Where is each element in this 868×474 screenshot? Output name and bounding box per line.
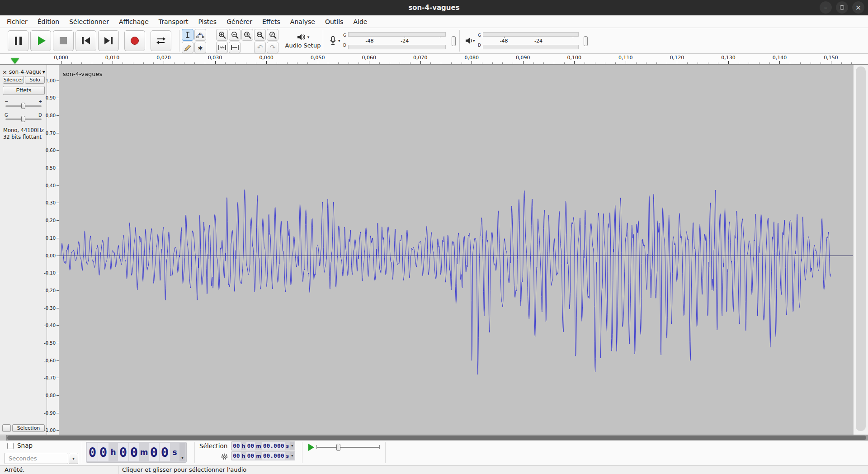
zoom-project-button[interactable] (254, 29, 266, 41)
menu-item-effets[interactable]: Effets (257, 15, 285, 28)
vruler-label: 0,00 (46, 253, 56, 258)
selection-digit[interactable]: 00 (246, 442, 255, 450)
time-digit[interactable]: 0 (160, 443, 170, 461)
snap-combo-arrow-button[interactable]: ▾ (69, 453, 78, 464)
loop-button[interactable] (151, 30, 171, 51)
timeline-ruler[interactable]: 0,0000,0100,0200,0300,0400,0500,0600,070… (0, 54, 868, 65)
zoom-out-button[interactable] (229, 29, 241, 41)
time-digit[interactable]: 0 (129, 443, 139, 461)
gain-minus-label: − (5, 99, 8, 104)
record-volume-slider[interactable] (452, 36, 456, 46)
track-close-button[interactable]: × (2, 69, 8, 76)
record-button[interactable] (124, 30, 145, 51)
selection-format-dropdown[interactable]: ▾ (290, 452, 294, 460)
menu-item-outils[interactable]: Outils (320, 15, 348, 28)
menu-item-transport[interactable]: Transport (154, 15, 193, 28)
vruler-label: -0,10 (44, 270, 56, 275)
time-digit[interactable]: 0 (87, 443, 98, 461)
playback-meter[interactable]: ▾ G D -48 -24 (461, 30, 590, 52)
pan-slider-thumb[interactable] (21, 116, 25, 122)
envelope-tool-button[interactable] (194, 29, 206, 41)
menu-item-affichage[interactable]: Affichage (114, 15, 154, 28)
menu-item-fichier[interactable]: Fichier (2, 15, 33, 28)
ruler-label: 0,010 (105, 55, 120, 61)
multi-tool-icon: * (198, 44, 203, 55)
time-digit[interactable]: 0 (149, 443, 159, 461)
stop-button[interactable] (53, 30, 74, 51)
speed-slider[interactable] (316, 441, 380, 454)
vruler-label: -0,20 (44, 288, 56, 293)
menu-item-aide[interactable]: Aide (348, 15, 372, 28)
horizontal-scrollbar[interactable] (0, 435, 868, 441)
playback-volume-slider[interactable] (584, 36, 588, 46)
time-digit[interactable]: 0 (98, 443, 108, 461)
menu-item-pistes[interactable]: Pistes (193, 15, 222, 28)
menu-item-selectionner[interactable]: Sélectionner (64, 15, 114, 28)
pause-button[interactable] (8, 30, 28, 51)
skip-end-button[interactable] (98, 30, 119, 51)
selection-digit[interactable]: 00 (246, 452, 255, 460)
multi-tool-button[interactable]: * (194, 42, 206, 53)
ruler-tick (236, 62, 236, 64)
selection-digit[interactable]: 00 (232, 442, 241, 450)
track-header: × son-4-vague ▼ (2, 68, 45, 76)
selection-digit[interactable]: 00 (232, 452, 241, 460)
zoom-selection-button[interactable] (241, 29, 253, 41)
trim-audio-button[interactable] (216, 42, 228, 53)
pinned-play-head[interactable] (11, 58, 19, 64)
close-button[interactable]: × (852, 1, 864, 14)
track-name[interactable]: son-4-vague (9, 69, 41, 75)
effects-button[interactable]: Effets (3, 86, 45, 95)
selection-start-field[interactable]: 00h00m00.000s▾ (231, 441, 295, 450)
play-at-speed-button[interactable] (306, 442, 316, 452)
vertical-scrollbar-thumb[interactable] (856, 66, 866, 431)
ruler-label: 0,060 (362, 55, 376, 61)
mute-button[interactable]: Silencer (3, 76, 24, 84)
tcp-selection-button[interactable]: Sélection (12, 424, 45, 432)
menu-item-analyse[interactable]: Analyse (285, 15, 320, 28)
track-view[interactable]: son-4-vagues (59, 65, 853, 435)
skip-start-button[interactable] (75, 30, 96, 51)
snap-checkbox[interactable] (7, 443, 14, 449)
gain-slider-thumb[interactable] (21, 103, 25, 109)
draw-tool-button[interactable] (182, 42, 193, 53)
undo-button[interactable]: ↶ (254, 42, 266, 53)
snap-unit-combo[interactable]: Secondes (5, 453, 68, 464)
ruler-tick (615, 62, 616, 64)
ruler-tick (749, 62, 749, 64)
play-button[interactable] (30, 30, 51, 51)
zoom-in-button[interactable] (216, 29, 228, 41)
play-at-speed-icon (308, 444, 314, 451)
chevron-down-icon: ▾ (473, 38, 475, 43)
ruler-tick (554, 62, 554, 64)
minimize-button[interactable]: – (820, 1, 832, 14)
speed-slider-thumb[interactable] (336, 444, 340, 451)
clip-name[interactable]: son-4-vagues (63, 71, 102, 77)
audio-setup-button[interactable]: ▾ Audio Setup (279, 29, 326, 53)
collapse-button[interactable] (2, 424, 11, 432)
selection-end-field[interactable]: 00h00m00.000s▾ (231, 451, 295, 460)
time-digit[interactable]: 0 (118, 443, 128, 461)
vertical-scrollbar[interactable] (853, 65, 868, 435)
track-menu-arrow[interactable]: ▼ (42, 70, 45, 74)
horizontal-scrollbar-thumb[interactable] (7, 436, 866, 440)
selection-digit[interactable]: 00.000 (262, 442, 285, 450)
ruler-tick (246, 62, 246, 64)
vruler-label: 0,50 (46, 166, 56, 171)
silence-audio-button[interactable] (229, 42, 241, 53)
pause-icon (15, 37, 22, 45)
track-format-line2: 32 bits flottant (3, 134, 44, 141)
solo-button[interactable]: Solo (25, 76, 45, 84)
selection-digit[interactable]: 00.000 (262, 452, 285, 460)
menu-item-generer[interactable]: Générer (222, 15, 257, 28)
time-format-dropdown[interactable]: ▾ (179, 443, 185, 461)
waveform-canvas[interactable] (59, 65, 853, 435)
selection-format-dropdown[interactable]: ▾ (290, 442, 294, 450)
settings-gear-button[interactable] (220, 452, 228, 460)
time-display[interactable]: 00h00m00s▾ (86, 442, 187, 463)
vruler-label: 0,90 (46, 95, 56, 100)
menu-item-edition[interactable]: Édition (33, 15, 64, 28)
maximize-button[interactable] (836, 1, 848, 14)
record-meter[interactable]: ▾ G D -48 -24 (326, 30, 458, 52)
selection-tool-button[interactable] (182, 29, 193, 41)
